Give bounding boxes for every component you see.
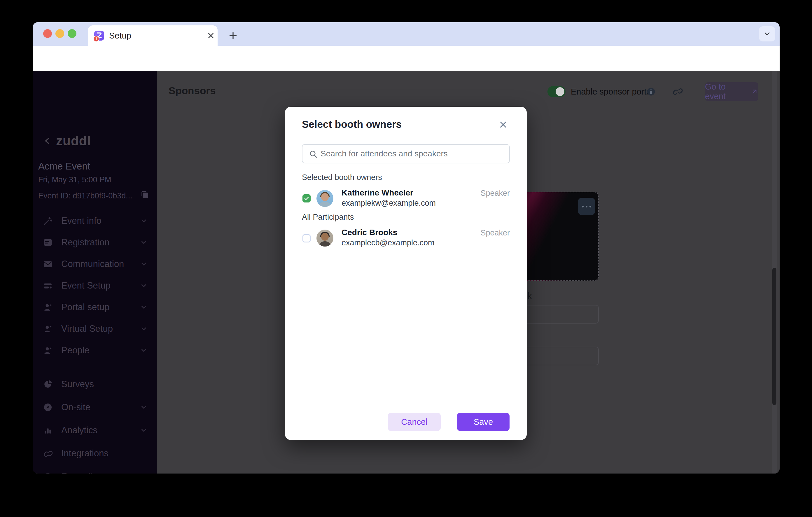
- signpost-icon: [43, 281, 53, 290]
- event-id: Event ID: d917b0f9-0b3d...: [38, 192, 133, 200]
- sidebar-item-virtual-setup[interactable]: Virtual Setup: [33, 318, 157, 340]
- save-button[interactable]: Save: [457, 413, 510, 431]
- chevron-down-icon: [140, 304, 148, 311]
- sidebar-item-label: Surveys: [61, 379, 94, 390]
- modal-title: Select booth owners: [302, 118, 402, 130]
- copy-link-icon[interactable]: [673, 87, 683, 96]
- selected-section-label: Selected booth owners: [302, 173, 382, 182]
- obscured-label-fragment: k: [527, 291, 532, 301]
- browser-window: 1 Setup https://setup.zuddl.: [33, 22, 780, 473]
- link-icon: [43, 449, 53, 458]
- play-circle-icon: [43, 472, 53, 474]
- search-input[interactable]: [321, 145, 507, 163]
- card-kebab-menu[interactable]: [578, 198, 595, 215]
- sidebar-item-integrations[interactable]: Integrations: [33, 442, 157, 465]
- sidebar-item-surveys[interactable]: Surveys: [33, 373, 157, 396]
- sidebar-item-event-setup[interactable]: Event Setup: [33, 275, 157, 296]
- sidebar-item-label: Portal setup: [61, 302, 109, 313]
- sidebar-item-recordings[interactable]: Recordings: [33, 465, 157, 473]
- tab-search-chevron-button[interactable]: [759, 26, 775, 41]
- sidebar-item-analytics[interactable]: Analytics: [33, 419, 157, 442]
- bar-chart-icon: [43, 426, 53, 435]
- traffic-light-zoom[interactable]: [68, 29, 77, 38]
- sidebar: zuddl Acme Event Fri, May 31, 5:00 PM Ev…: [33, 71, 157, 473]
- traffic-light-minimize[interactable]: [55, 29, 64, 38]
- event-datetime: Fri, May 31, 5:00 PM: [38, 175, 111, 184]
- checkbox-unchecked[interactable]: [302, 234, 311, 242]
- traffic-light-close[interactable]: [43, 29, 52, 38]
- sidebar-item-portal-setup[interactable]: Portal setup: [33, 296, 157, 318]
- select-booth-owners-modal: Select booth owners Selected booth owner…: [285, 107, 527, 440]
- new-tab-icon[interactable]: [228, 30, 238, 41]
- sidebar-item-label: Communication: [61, 259, 124, 269]
- sidebar-item-event-info[interactable]: Event info: [33, 210, 157, 232]
- sidebar-item-label: Integrations: [61, 448, 109, 459]
- checkbox-checked[interactable]: [302, 194, 311, 202]
- sidebar-item-communication[interactable]: Communication: [33, 253, 157, 275]
- all-participants-section-label: All Participants: [302, 213, 354, 222]
- cancel-button[interactable]: Cancel: [388, 413, 441, 431]
- wand-icon: [43, 216, 53, 226]
- participant-email: examplecb@example.com: [342, 238, 435, 248]
- enable-sponsor-portal-toggle[interactable]: [547, 86, 566, 97]
- person-icon: [43, 303, 53, 312]
- sidebar-item-label: On-site: [61, 402, 90, 412]
- modal-footer-divider: [302, 407, 510, 407]
- compass-icon: [43, 403, 53, 412]
- chevron-down-icon: [763, 30, 771, 38]
- participant-role: Speaker: [481, 189, 510, 198]
- avatar: [316, 230, 334, 247]
- go-to-event-button[interactable]: Go to event: [705, 82, 758, 101]
- copy-icon[interactable]: [140, 190, 149, 199]
- chevron-down-icon: [140, 239, 148, 246]
- external-arrow-icon: [751, 88, 758, 95]
- person-icon: [43, 324, 53, 334]
- sidebar-item-label: Analytics: [61, 425, 97, 436]
- sidebar-logo[interactable]: zuddl: [43, 133, 91, 149]
- chevron-down-icon: [140, 403, 148, 411]
- go-to-event-label: Go to event: [705, 82, 748, 101]
- participant-email: examplekw@example.com: [342, 199, 436, 208]
- sidebar-nav-secondary: Surveys On-site Analytics Integrations: [33, 373, 157, 473]
- participant-name: Cedric Brooks: [342, 228, 397, 237]
- browser-toolbar: https://setup.zuddl.com/event/: [33, 46, 780, 71]
- sidebar-item-label: Event info: [61, 216, 102, 226]
- participant-role: Speaker: [481, 228, 510, 237]
- sidebar-item-registration[interactable]: Registration: [33, 232, 157, 253]
- back-chevron-icon: [43, 137, 52, 145]
- close-icon[interactable]: [499, 120, 508, 129]
- browser-tab[interactable]: 1 Setup: [88, 25, 218, 46]
- participant-name: Katherine Wheeler: [342, 188, 413, 198]
- sidebar-item-label: Event Setup: [61, 280, 111, 291]
- sidebar-item-label: People: [61, 345, 90, 356]
- sidebar-item-on-site[interactable]: On-site: [33, 396, 157, 419]
- mail-icon: [43, 259, 53, 269]
- form-card-icon: [43, 238, 53, 247]
- tab-strip: 1 Setup: [33, 22, 780, 46]
- search-icon: [309, 150, 318, 159]
- info-icon[interactable]: [646, 87, 656, 96]
- sidebar-item-label: Recordings: [61, 471, 107, 474]
- pie-chart-icon: [43, 380, 53, 389]
- sidebar-item-label: Registration: [61, 237, 109, 248]
- chevron-down-icon: [140, 427, 148, 434]
- page-title: Sponsors: [169, 85, 215, 96]
- zuddl-favicon: 1: [94, 31, 104, 40]
- scrollbar-thumb[interactable]: [772, 268, 776, 405]
- person-icon: [43, 346, 53, 355]
- sidebar-item-people[interactable]: People: [33, 340, 157, 361]
- chevron-down-icon: [140, 347, 148, 354]
- chevron-down-icon: [140, 325, 148, 333]
- event-name: Acme Event: [38, 161, 90, 172]
- toggle-knob: [556, 87, 564, 96]
- chevron-down-icon: [140, 217, 148, 225]
- check-icon: [303, 196, 310, 201]
- toggle-label: Enable sponsor portal: [571, 87, 653, 96]
- avatar: [316, 190, 334, 207]
- chevron-down-icon: [140, 282, 148, 289]
- tab-title: Setup: [109, 31, 131, 40]
- search-box: [302, 144, 510, 163]
- logo-wordmark: zuddl: [56, 134, 91, 148]
- sidebar-item-label: Virtual Setup: [61, 323, 113, 334]
- tab-close-icon[interactable]: [206, 31, 215, 40]
